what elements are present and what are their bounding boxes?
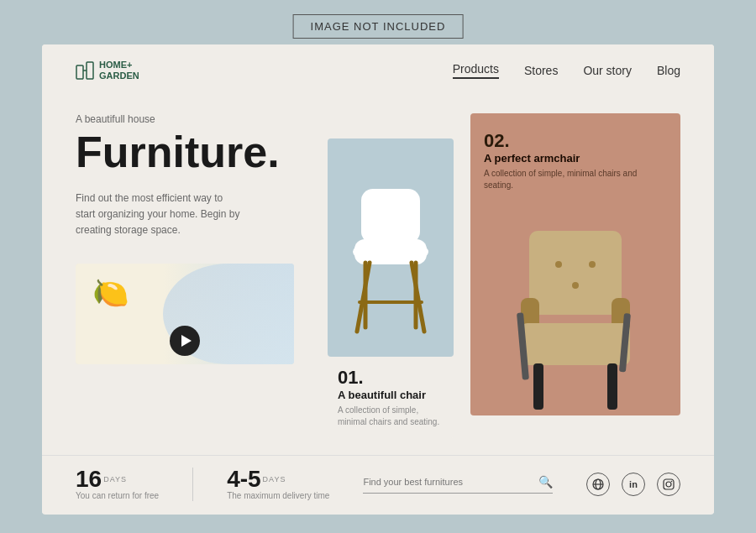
svg-rect-18 bbox=[533, 363, 543, 410]
stat-delivery-label: The maximum delivery time bbox=[227, 491, 329, 500]
svg-point-26 bbox=[666, 482, 671, 487]
search-input[interactable] bbox=[363, 477, 538, 487]
header: HOME+ GARDEN Products Stores Our story B… bbox=[42, 44, 714, 97]
footer-bar: 16DAYS You can return for free 4-5DAYS T… bbox=[42, 455, 714, 513]
svg-rect-19 bbox=[607, 363, 617, 410]
social-icons: in bbox=[586, 473, 680, 496]
center-column: 01. A beautifull chair A collection of s… bbox=[328, 113, 454, 438]
brown-chair-card: 02. A perfect armchair A collection of s… bbox=[470, 113, 680, 415]
footer-search[interactable]: 🔍 bbox=[363, 475, 553, 494]
search-icon[interactable]: 🔍 bbox=[538, 475, 553, 489]
left-column: A beautifull house Furniture. Find out t… bbox=[76, 113, 311, 438]
card2-name: A perfect armchair bbox=[484, 152, 667, 165]
blue-chair-card bbox=[328, 138, 454, 357]
svg-point-16 bbox=[589, 261, 596, 268]
white-chair-image bbox=[336, 172, 445, 357]
nav-blog[interactable]: Blog bbox=[657, 64, 680, 77]
stat-returns: 16DAYS You can return for free bbox=[76, 468, 159, 500]
image-not-included-banner: IMAGE NOT INCLUDED bbox=[293, 14, 464, 39]
linkedin-icon[interactable]: in bbox=[622, 473, 645, 496]
stat-returns-number: 16DAYS bbox=[76, 468, 159, 491]
svg-rect-14 bbox=[521, 323, 630, 365]
svg-rect-11 bbox=[529, 231, 622, 315]
website-container: HOME+ GARDEN Products Stores Our story B… bbox=[42, 44, 714, 515]
card1-name: A beautifull chair bbox=[338, 389, 444, 401]
svg-rect-5 bbox=[361, 189, 420, 243]
nav-our-story[interactable]: Our story bbox=[583, 64, 632, 77]
card2-info: 02. A perfect armchair A collection of s… bbox=[484, 130, 667, 191]
instagram-icon[interactable] bbox=[657, 473, 680, 496]
video-card: 🍋 bbox=[76, 264, 294, 364]
svg-rect-1 bbox=[87, 62, 93, 79]
right-column: 02. A perfect armchair A collection of s… bbox=[470, 113, 680, 438]
svg-point-17 bbox=[572, 282, 579, 289]
nav: Products Stores Our story Blog bbox=[453, 62, 680, 79]
main-content: A beautifull house Furniture. Find out t… bbox=[42, 97, 714, 438]
hero-subtitle: A beautifull house bbox=[76, 113, 311, 125]
card2-number: 02. bbox=[484, 130, 667, 152]
svg-rect-0 bbox=[76, 65, 83, 79]
svg-point-15 bbox=[555, 261, 562, 268]
logo[interactable]: HOME+ GARDEN bbox=[76, 60, 139, 81]
card2-description: A collection of simple, minimal chairs a… bbox=[484, 168, 667, 191]
svg-point-27 bbox=[671, 481, 673, 483]
hero-description: Find out the most efficient way to start… bbox=[76, 191, 244, 239]
lemon-decoration: 🍋 bbox=[92, 276, 129, 311]
armchair-image bbox=[517, 222, 634, 415]
card1-number: 01. bbox=[338, 367, 444, 389]
globe-icon[interactable] bbox=[586, 473, 610, 496]
nav-products[interactable]: Products bbox=[453, 62, 499, 79]
stat-returns-label: You can return for free bbox=[76, 491, 159, 500]
logo-icon bbox=[76, 61, 94, 80]
logo-text: HOME+ GARDEN bbox=[99, 60, 139, 81]
svg-rect-25 bbox=[664, 479, 674, 489]
card1-info: 01. A beautifull chair A collection of s… bbox=[328, 357, 454, 438]
stat-delivery-number: 4-5DAYS bbox=[227, 468, 329, 491]
stat-delivery: 4-5DAYS The maximum delivery time bbox=[227, 468, 329, 500]
footer-divider bbox=[192, 468, 193, 501]
card1-description: A collection of simple, minimal chairs a… bbox=[338, 405, 444, 428]
nav-stores[interactable]: Stores bbox=[524, 64, 558, 77]
hero-title: Furniture. bbox=[76, 130, 311, 174]
